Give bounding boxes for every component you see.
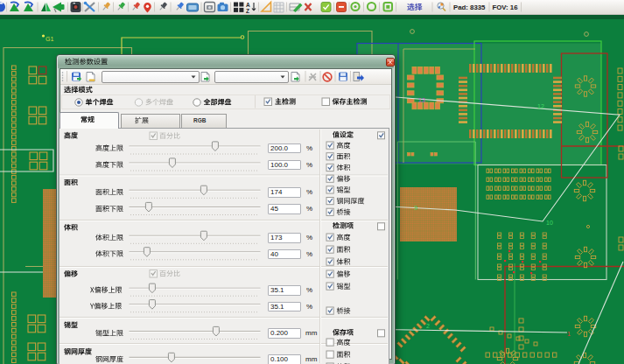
- svg-text:G1: G1: [46, 36, 53, 42]
- svg-text:13: 13: [418, 97, 425, 103]
- svg-text:1: 1: [567, 331, 571, 337]
- svg-text:12: 12: [537, 103, 544, 109]
- svg-text:2: 2: [426, 323, 430, 329]
- svg-text:9: 9: [414, 205, 417, 211]
- svg-text:10: 10: [546, 220, 553, 226]
